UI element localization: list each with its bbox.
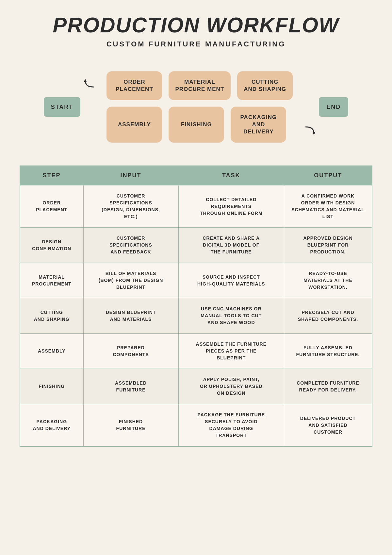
table-cell-input: FINISHEDFURNITURE: [83, 404, 178, 447]
table-cell-task: COLLECT DETAILEDREQUIREMENTSTHROUGH ONLI…: [178, 185, 284, 228]
svg-marker-1: [313, 132, 315, 135]
table-row: FINISHINGASSEMBLEDFURNITUREAPPLY POLISH,…: [20, 369, 372, 404]
workflow-box-cutting-shaping: CUTTINGAND SHAPING: [237, 71, 293, 100]
table-cell-task: APPLY POLISH, PAINT,OR UPHOLSTERY BASEDO…: [178, 369, 284, 404]
col-header-task: TASK: [178, 166, 284, 185]
col-header-input: INPUT: [83, 166, 178, 185]
table-cell-output: A CONFIRMED WORKORDER WITH DESIGNSCHEMAT…: [284, 185, 372, 228]
table-row: ASSEMBLYPREPAREDCOMPONENTSASSEMBLE THE F…: [20, 334, 372, 369]
workflow-box-finishing: FINISHING: [169, 107, 224, 143]
page-subtitle: CUSTOM FURNITURE MANUFACTURING: [20, 40, 372, 48]
table-row: MATERIALPROCUREMENTBILL OF MATERIALS(BOM…: [20, 263, 372, 298]
table-row: CUTTINGAND SHAPINGDESIGN BLUEPRINTAND MA…: [20, 298, 372, 334]
table-cell-input: ASSEMBLEDFURNITURE: [83, 369, 178, 404]
svg-marker-0: [84, 79, 87, 82]
table-cell-output: FULLY ASSEMBLEDFURNITURE STRUCTURE.: [284, 334, 372, 369]
table-header-row: STEP INPUT TASK OUTPUT: [20, 166, 372, 185]
workflow-table: STEP INPUT TASK OUTPUT ORDERPLACEMENTCUS…: [20, 165, 372, 447]
table-cell-output: PRECISELY CUT ANDSHAPED COMPONENTS.: [284, 298, 372, 334]
arrow-top-left: [82, 77, 95, 90]
table-cell-input: DESIGN BLUEPRINTAND MATERIALS: [83, 298, 178, 334]
table-cell-input: BILL OF MATERIALS(BOM) FROM THE DESIGNBL…: [83, 263, 178, 298]
table-cell-step: PACKAGINGAND DELIVERY: [20, 404, 83, 447]
table-cell-input: CUSTOMERSPECIFICATIONS(DESIGN, DIMENSION…: [83, 185, 178, 228]
table-row: ORDERPLACEMENTCUSTOMERSPECIFICATIONS(DES…: [20, 185, 372, 228]
workflow-box-order-placement: ORDERPLACEMENT: [106, 71, 162, 100]
table-cell-step: ORDERPLACEMENT: [20, 185, 83, 228]
table-cell-input: PREPAREDCOMPONENTS: [83, 334, 178, 369]
page-title: PRODUCTION WORKFLOW: [20, 13, 372, 37]
arrow-bottom-right: [304, 124, 317, 137]
workflow-row-1: ORDERPLACEMENT MATERIALPROCURE MENT CUTT…: [106, 71, 293, 100]
table-cell-input: CUSTOMERSPECIFICATIONSAND FEEDBACK: [83, 228, 178, 263]
table-cell-task: USE CNC MACHINES ORMANUAL TOOLS TO CUTAN…: [178, 298, 284, 334]
table-cell-step: DESIGNCONFIRMATION: [20, 228, 83, 263]
table-cell-output: APPROVED DESIGNBLUEPRINT FORPRODUCTION.: [284, 228, 372, 263]
table-cell-output: COMPLETED FURNITUREREADY FOR DELIVERY.: [284, 369, 372, 404]
table-cell-task: PACKAGE THE FURNITURESECURELY TO AVOIDDA…: [178, 404, 284, 447]
workflow-grid: ORDERPLACEMENT MATERIALPROCURE MENT CUTT…: [106, 71, 293, 143]
start-box: START: [44, 97, 81, 117]
workflow-box-packaging-delivery: PACKAGINGANDDELIVERY: [231, 107, 286, 143]
table-cell-output: READY-TO-USEMATERIALS AT THEWORKSTATION.: [284, 263, 372, 298]
table-cell-output: DELIVERED PRODUCTAND SATISFIEDCUSTOMER: [284, 404, 372, 447]
col-header-output: OUTPUT: [284, 166, 372, 185]
table-row: PACKAGINGAND DELIVERYFINISHEDFURNITUREPA…: [20, 404, 372, 447]
table-cell-step: CUTTINGAND SHAPING: [20, 298, 83, 334]
workflow-row-2: ASSEMBLY FINISHING PACKAGINGANDDELIVERY: [106, 107, 293, 143]
table-cell-step: MATERIALPROCUREMENT: [20, 263, 83, 298]
workflow-box-material-procurement: MATERIALPROCURE MENT: [169, 71, 231, 100]
table-cell-task: CREATE AND SHARE ADIGITAL 3D MODEL OFTHE…: [178, 228, 284, 263]
table-cell-step: FINISHING: [20, 369, 83, 404]
end-box: END: [319, 97, 348, 117]
workflow-diagram: START ORDERPLACEMENT MATERIALPROCURE MEN…: [20, 65, 372, 149]
table-cell-task: ASSEMBLE THE FURNITUREPIECES AS PER THEB…: [178, 334, 284, 369]
table-row: DESIGNCONFIRMATIONCUSTOMERSPECIFICATIONS…: [20, 228, 372, 263]
col-header-step: STEP: [20, 166, 83, 185]
workflow-box-assembly: ASSEMBLY: [106, 107, 162, 143]
table-cell-step: ASSEMBLY: [20, 334, 83, 369]
table-cell-task: SOURCE AND INSPECTHIGH-QUALITY MATERIALS: [178, 263, 284, 298]
